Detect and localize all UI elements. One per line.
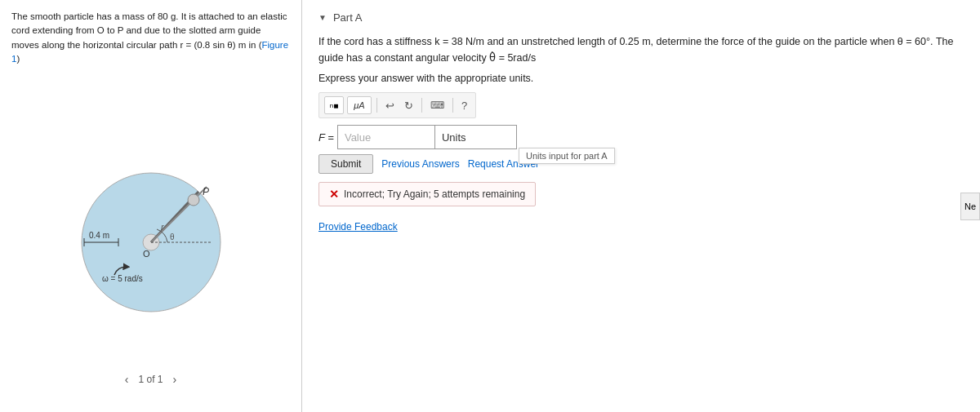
question-body: If the cord has a stiffness k = 38 N/m a… — [318, 36, 953, 64]
collapse-icon[interactable]: ▼ — [318, 13, 327, 22]
error-icon: ✕ — [329, 188, 339, 201]
nav-prev-button[interactable]: ‹ — [122, 371, 132, 388]
undo-icon[interactable]: ↩ — [382, 98, 398, 113]
answer-row: F = Value Units Units input for part A — [318, 125, 964, 149]
svg-text:θ: θ — [170, 233, 175, 241]
mu-alpha-button[interactable]: μΑ — [347, 96, 372, 114]
error-text: Incorrect; Try Again; 5 attempts remaini… — [344, 188, 525, 200]
previous-answers-link[interactable]: Previous Answers — [381, 158, 459, 170]
svg-point-4 — [188, 194, 199, 206]
toolbar-separator2 — [421, 98, 422, 113]
superscript-icon[interactable]: n■ — [324, 96, 344, 114]
feedback-link[interactable]: Provide Feedback — [318, 221, 964, 233]
redo-icon[interactable]: ↻ — [401, 98, 416, 113]
error-message-box: ✕ Incorrect; Try Again; 5 attempts remai… — [318, 182, 536, 206]
answer-toolbar: n■ μΑ ↩ ↻ ⌨ ? — [318, 92, 476, 118]
units-label: Units — [442, 131, 466, 144]
svg-text:O: O — [143, 249, 150, 259]
right-panel: ▼ Part A If the cord has a stiffness k =… — [302, 0, 980, 412]
problem-description: The smooth particle has a mass of 80 g. … — [11, 10, 290, 66]
units-tooltip: Units input for part A — [519, 148, 615, 164]
left-panel: The smooth particle has a mass of 80 g. … — [0, 0, 302, 412]
value-placeholder: Value — [345, 131, 371, 144]
express-units-text: Express your answer with the appropriate… — [318, 73, 964, 84]
nav-page-indicator: 1 of 1 — [138, 374, 163, 385]
question-text: If the cord has a stiffness k = 38 N/m a… — [318, 33, 956, 66]
help-icon[interactable]: ? — [458, 98, 470, 113]
circle-figure: P O r θ 0.4 m ω = 5 rad/s — [69, 161, 233, 324]
value-input[interactable]: Value — [337, 125, 435, 149]
svg-text:0.4 m: 0.4 m — [89, 231, 109, 240]
units-input[interactable]: Units — [435, 125, 517, 149]
answer-label: F = — [318, 131, 334, 144]
toolbar-separator — [376, 98, 377, 113]
part-label: Part A — [333, 11, 362, 24]
tooltip-text: Units input for part A — [526, 151, 608, 161]
svg-text:ω = 5 rad/s: ω = 5 rad/s — [102, 274, 143, 283]
svg-text:P: P — [203, 186, 209, 197]
next-button[interactable]: Ne — [960, 193, 980, 220]
figure-container: P O r θ 0.4 m ω = 5 rad/s — [11, 82, 290, 402]
next-label: Ne — [964, 202, 976, 211]
part-header: ▼ Part A — [318, 11, 964, 24]
submit-button[interactable]: Submit — [318, 154, 373, 174]
nav-next-button[interactable]: › — [170, 371, 180, 388]
nav-controls: ‹ 1 of 1 › — [122, 371, 180, 388]
toolbar-separator3 — [452, 98, 453, 113]
keyboard-icon[interactable]: ⌨ — [427, 98, 448, 113]
action-buttons-row: Submit Previous Answers Request Answer — [318, 154, 964, 174]
